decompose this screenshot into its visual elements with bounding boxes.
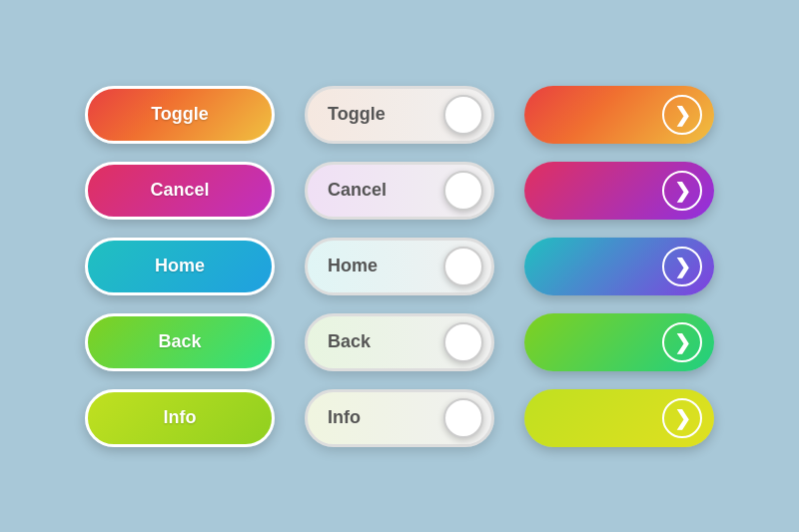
arrow-icon-info: ❯	[662, 398, 702, 438]
arrow-icon-toggle: ❯	[662, 95, 702, 135]
toggle-button-info[interactable]: Info	[305, 389, 494, 447]
toggle-circle-toggle	[443, 95, 483, 135]
toggle-button-cancel[interactable]: Cancel	[305, 162, 494, 220]
arrow-button-home[interactable]: ❯	[524, 238, 714, 295]
arrow-button-cancel[interactable]: ❯	[524, 162, 714, 220]
toggle-button-back[interactable]: Back	[305, 313, 494, 371]
toggle-circle-info	[443, 398, 483, 438]
arrow-button-info[interactable]: ❯	[524, 389, 714, 447]
arrow-button-toggle[interactable]: ❯	[524, 86, 714, 144]
toggle-circle-home	[443, 247, 483, 286]
arrow-icon-cancel: ❯	[662, 171, 702, 211]
toggle-circle-back	[443, 322, 483, 362]
filled-button-info[interactable]: Info	[85, 389, 275, 447]
toggle-label-cancel: Cancel	[328, 180, 387, 201]
toggle-label-back: Back	[328, 331, 371, 352]
button-grid: ToggleToggle❯CancelCancel❯HomeHome❯BackB…	[55, 56, 744, 477]
toggle-label-home: Home	[328, 256, 378, 276]
toggle-label-info: Info	[328, 407, 361, 428]
filled-button-home[interactable]: Home	[85, 238, 275, 295]
toggle-button-toggle[interactable]: Toggle	[305, 86, 494, 144]
arrow-icon-home: ❯	[662, 247, 702, 286]
filled-button-toggle[interactable]: Toggle	[85, 86, 275, 144]
toggle-circle-cancel	[443, 171, 483, 211]
arrow-icon-back: ❯	[662, 322, 702, 362]
toggle-button-home[interactable]: Home	[305, 238, 494, 295]
filled-button-cancel[interactable]: Cancel	[85, 162, 275, 220]
filled-button-back[interactable]: Back	[85, 313, 275, 371]
toggle-label-toggle: Toggle	[328, 104, 386, 125]
arrow-button-back[interactable]: ❯	[524, 313, 714, 371]
